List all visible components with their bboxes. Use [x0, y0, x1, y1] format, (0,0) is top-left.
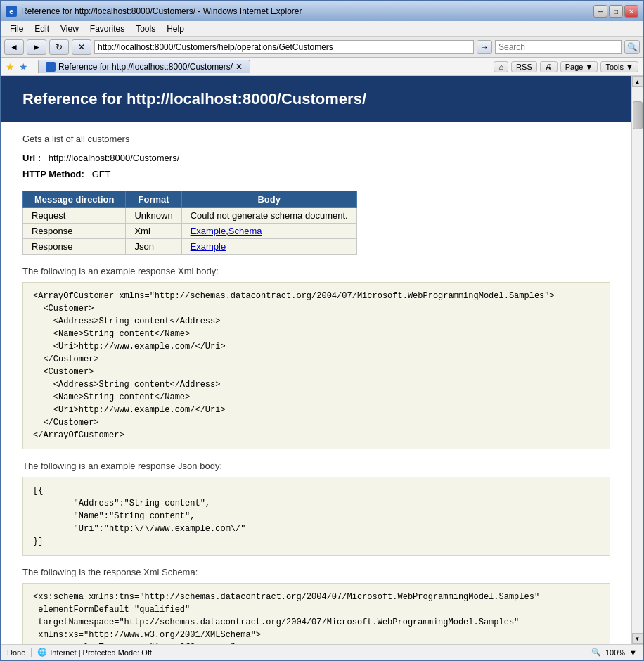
page-header-text: Reference for http://localhost:8000/Cust… [22, 90, 366, 108]
title-bar-left: e Reference for http://localhost:8000/Cu… [6, 6, 302, 17]
zoom-level: 100% [605, 648, 625, 657]
status-separator [31, 648, 32, 657]
scroll-down-arrow[interactable]: ▼ [632, 633, 643, 644]
search-button[interactable]: 🔍 [624, 40, 640, 54]
zone-icon: 🌐 [37, 648, 47, 657]
scrollbar[interactable]: ▲ ▼ [631, 76, 643, 644]
content-area: Reference for http://localhost:8000/Cust… [1, 76, 643, 644]
zone-text: Internet | Protected Mode: Off [50, 648, 152, 657]
scroll-thumb[interactable] [633, 101, 643, 129]
page-header: Reference for http://localhost:8000/Cust… [1, 76, 631, 122]
zoom-arrow[interactable]: ▼ [629, 648, 637, 657]
go-button[interactable]: → [477, 40, 492, 54]
message-table: Message direction Format Body Request Un… [22, 191, 357, 255]
menu-favorites[interactable]: Favorites [84, 23, 130, 34]
menu-bar: File Edit View Favorites Tools Help [1, 21, 643, 37]
ie-icon: e [6, 6, 17, 17]
example-link-json[interactable]: Example [191, 241, 226, 252]
print-button[interactable]: 🖨 [540, 61, 558, 72]
http-method-row: HTTP Method: GET [22, 169, 610, 179]
page-button[interactable]: Page ▼ [560, 61, 598, 72]
schema-code: <xs:schema xmlns:tns="http://schemas.dat… [22, 583, 610, 644]
back-button[interactable]: ◄ [4, 39, 24, 55]
http-method-label: HTTP Method: [22, 169, 84, 179]
minimize-button[interactable]: ─ [593, 5, 607, 18]
address-bar: ◄ ► ↻ ✕ → 🔍 [1, 37, 643, 58]
favorites-bar: ★ ★ Reference for http://localhost:8000/… [1, 58, 643, 76]
xml-example-code: <ArrayOfCustomer xmlns="http://schemas.d… [22, 282, 610, 449]
status-right: 🔍 100% ▼ [591, 648, 637, 657]
row3-format: Json [126, 239, 181, 255]
row1-body: Could not generate schema document. [181, 208, 356, 224]
tab-close-icon[interactable]: ✕ [236, 62, 243, 72]
scroll-up-arrow[interactable]: ▲ [632, 76, 643, 87]
status-bar: Done 🌐 Internet | Protected Mode: Off 🔍 … [1, 644, 643, 660]
zoom-icon: 🔍 [591, 648, 601, 657]
menu-file[interactable]: File [4, 23, 29, 34]
favorites-star-icon[interactable]: ★ [6, 61, 15, 72]
menu-tools[interactable]: Tools [130, 23, 161, 34]
url-value: http://localhost:8000/Customers/ [49, 153, 179, 163]
row1-format: Unknown [126, 208, 181, 224]
home-button[interactable]: ⌂ [494, 61, 508, 72]
col-header-format: Format [126, 191, 181, 208]
url-row: Url : http://localhost:8000/Customers/ [22, 153, 610, 163]
active-tab[interactable]: Reference for http://localhost:8000/Cust… [38, 60, 250, 73]
address-input[interactable] [94, 40, 474, 54]
json-example-code: [{ "Address":"String content", "Name":"S… [22, 477, 610, 556]
col-header-direction: Message direction [23, 191, 126, 208]
json-example-label: The following is an example response Jso… [22, 461, 610, 471]
status-text: Done [7, 648, 25, 657]
menu-view[interactable]: View [55, 23, 84, 34]
title-bar: e Reference for http://localhost:8000/Cu… [1, 1, 643, 21]
close-button[interactable]: ✕ [624, 5, 638, 18]
tools-button[interactable]: Tools ▼ [600, 61, 638, 72]
schema-label: The following is the response Xml Schema… [22, 567, 610, 577]
col-header-body: Body [181, 191, 356, 208]
row3-body: Example [181, 239, 356, 255]
page-body: Gets a list of all customers Url : http:… [1, 122, 631, 644]
tab-icon [46, 62, 56, 72]
refresh-button[interactable]: ↻ [49, 39, 69, 55]
window-title: Reference for http://localhost:8000/Cust… [21, 6, 302, 16]
page-content: Reference for http://localhost:8000/Cust… [1, 76, 631, 644]
row2-format: Xml [126, 224, 181, 239]
row1-direction: Request [23, 208, 126, 224]
menu-edit[interactable]: Edit [29, 23, 55, 34]
tab-title: Reference for http://localhost:8000/Cust… [58, 62, 233, 72]
http-method-value: GET [92, 169, 111, 179]
row2-direction: Response [23, 224, 126, 239]
row3-direction: Response [23, 239, 126, 255]
toolbar-right: ⌂ RSS 🖨 Page ▼ Tools ▼ [494, 61, 638, 72]
example-link-xml[interactable]: Example [191, 226, 226, 236]
description: Gets a list of all customers [22, 134, 610, 144]
row2-body: Example,Schema [181, 224, 356, 239]
forward-button[interactable]: ► [27, 39, 46, 55]
url-label: Url : [22, 153, 41, 163]
maximize-button[interactable]: □ [609, 5, 623, 18]
schema-link-xml[interactable]: Schema [228, 226, 262, 236]
add-favorites-icon[interactable]: ★ [19, 61, 28, 72]
window-controls: ─ □ ✕ [593, 5, 638, 18]
tab-bar: Reference for http://localhost:8000/Cust… [38, 60, 250, 73]
search-input[interactable] [495, 40, 622, 54]
status-zone: 🌐 Internet | Protected Mode: Off [37, 648, 152, 657]
rss-button[interactable]: RSS [511, 61, 537, 72]
xml-example-label: The following is an example response Xml… [22, 266, 610, 276]
menu-help[interactable]: Help [161, 23, 190, 34]
stop-button[interactable]: ✕ [72, 39, 91, 55]
table-row: Request Unknown Could not generate schem… [23, 208, 357, 224]
table-row: Response Json Example [23, 239, 357, 255]
table-row: Response Xml Example,Schema [23, 224, 357, 239]
